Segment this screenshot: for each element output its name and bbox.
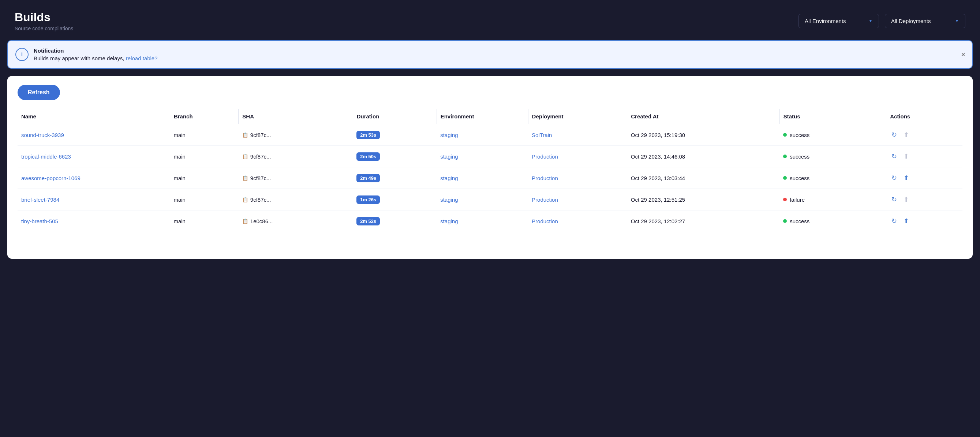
environment-link-2[interactable]: staging: [440, 175, 458, 181]
cell-created-at-1: Oct 29 2023, 14:46:08: [627, 146, 780, 167]
cell-created-at-4: Oct 29 2023, 12:02:27: [627, 211, 780, 232]
cell-status-1: success: [780, 146, 886, 167]
build-name-link-3[interactable]: brief-sleet-7984: [21, 196, 59, 203]
redeploy-button-3[interactable]: ↻: [890, 195, 898, 204]
status-text-1: success: [790, 154, 810, 160]
environments-dropdown[interactable]: All Environments ▼: [799, 14, 879, 28]
table-row: tropical-middle-6623 main 📋 9cf87c... 2m…: [18, 146, 963, 167]
cell-environment-4: staging: [437, 211, 528, 232]
duration-badge-4: 2m 52s: [356, 217, 380, 225]
page-header: Builds Source code compilations All Envi…: [0, 0, 980, 40]
deployment-link-0[interactable]: SolTrain: [532, 132, 552, 138]
cell-sha-2: 📋 9cf87c...: [239, 167, 353, 189]
notification-area: i Notification Builds may appear with so…: [0, 40, 980, 76]
refresh-button[interactable]: Refresh: [18, 85, 60, 100]
header-right: All Environments ▼ All Deployments ▼: [799, 14, 966, 28]
environments-chevron-icon: ▼: [869, 18, 873, 24]
table-row: awesome-popcorn-1069 main 📋 9cf87c... 2m…: [18, 167, 963, 189]
cell-deployment-2: Production: [528, 167, 627, 189]
status-dot-0: [783, 133, 787, 137]
build-name-link-1[interactable]: tropical-middle-6623: [21, 154, 71, 160]
sha-copy-icon-2: 📋: [242, 176, 248, 181]
cell-status-2: success: [780, 167, 886, 189]
deployments-dropdown[interactable]: All Deployments ▼: [885, 14, 966, 28]
redeploy-button-2[interactable]: ↻: [890, 173, 898, 183]
col-header-actions: Actions: [886, 109, 963, 124]
deployment-link-1[interactable]: Production: [532, 154, 558, 160]
sha-copy-icon-4: 📋: [242, 218, 248, 224]
status-dot-4: [783, 219, 787, 223]
table-body: sound-truck-3939 main 📋 9cf87c... 2m 53s…: [18, 124, 963, 232]
cell-duration-3: 1m 26s: [353, 189, 437, 211]
upload-button-3: ⬆: [902, 195, 910, 204]
cell-actions-4: ↻ ⬆: [886, 211, 963, 232]
notification-close-button[interactable]: ×: [961, 51, 966, 58]
cell-branch-3: main: [170, 189, 238, 211]
page-title: Builds: [14, 10, 73, 24]
col-header-deployment: Deployment: [528, 109, 627, 124]
col-header-duration: Duration: [353, 109, 437, 124]
cell-name-3: brief-sleet-7984: [18, 189, 170, 211]
duration-badge-1: 2m 50s: [356, 152, 380, 161]
col-header-status: Status: [780, 109, 886, 124]
status-dot-3: [783, 198, 787, 201]
deployments-chevron-icon: ▼: [955, 18, 959, 24]
redeploy-button-1[interactable]: ↻: [890, 152, 898, 161]
cell-branch-4: main: [170, 211, 238, 232]
cell-duration-4: 2m 52s: [353, 211, 437, 232]
notification-text: Notification Builds may appear with some…: [33, 48, 158, 62]
sha-copy-icon-1: 📋: [242, 154, 248, 159]
environment-link-3[interactable]: staging: [440, 196, 458, 203]
cell-status-0: success: [780, 124, 886, 146]
notification-box: i Notification Builds may appear with so…: [7, 40, 973, 69]
main-content: Refresh Name Branch SHA Duration Environ…: [7, 76, 973, 259]
cell-branch-2: main: [170, 167, 238, 189]
status-text-3: failure: [790, 196, 805, 203]
col-header-sha: SHA: [239, 109, 353, 124]
sha-value-2: 9cf87c...: [250, 175, 271, 181]
sha-value-4: 1e0c86...: [250, 218, 273, 224]
status-dot-2: [783, 176, 787, 180]
cell-environment-3: staging: [437, 189, 528, 211]
environment-link-1[interactable]: staging: [440, 154, 458, 160]
cell-actions-1: ↻ ⬆: [886, 146, 963, 167]
cell-created-at-3: Oct 29 2023, 12:51:25: [627, 189, 780, 211]
build-name-link-2[interactable]: awesome-popcorn-1069: [21, 175, 81, 181]
deployment-link-4[interactable]: Production: [532, 218, 558, 224]
redeploy-button-0[interactable]: ↻: [890, 130, 898, 139]
cell-actions-2: ↻ ⬆: [886, 167, 963, 189]
deployments-dropdown-label: All Deployments: [891, 18, 931, 24]
build-name-link-4[interactable]: tiny-breath-505: [21, 218, 58, 224]
cell-sha-3: 📋 9cf87c...: [239, 189, 353, 211]
cell-branch-0: main: [170, 124, 238, 146]
duration-badge-0: 2m 53s: [356, 131, 380, 139]
build-name-link-0[interactable]: sound-truck-3939: [21, 132, 64, 138]
table-header: Name Branch SHA Duration Environment Dep…: [18, 109, 963, 124]
environment-link-0[interactable]: staging: [440, 132, 458, 138]
cell-environment-0: staging: [437, 124, 528, 146]
environment-link-4[interactable]: staging: [440, 218, 458, 224]
redeploy-button-4[interactable]: ↻: [890, 216, 898, 226]
cell-name-0: sound-truck-3939: [18, 124, 170, 146]
table-row: sound-truck-3939 main 📋 9cf87c... 2m 53s…: [18, 124, 963, 146]
cell-environment-2: staging: [437, 167, 528, 189]
builds-table: Name Branch SHA Duration Environment Dep…: [18, 109, 963, 232]
upload-button-2[interactable]: ⬆: [902, 173, 910, 183]
cell-branch-1: main: [170, 146, 238, 167]
upload-button-4[interactable]: ⬆: [902, 216, 910, 226]
deployment-link-2[interactable]: Production: [532, 175, 558, 181]
upload-button-1: ⬆: [902, 152, 910, 161]
status-text-4: success: [790, 218, 810, 224]
environments-dropdown-label: All Environments: [805, 18, 846, 24]
cell-deployment-4: Production: [528, 211, 627, 232]
status-dot-1: [783, 155, 787, 158]
cell-sha-1: 📋 9cf87c...: [239, 146, 353, 167]
cell-duration-0: 2m 53s: [353, 124, 437, 146]
sha-value-1: 9cf87c...: [250, 154, 271, 160]
notification-reload-link[interactable]: reload table?: [126, 55, 158, 62]
duration-badge-3: 1m 26s: [356, 195, 380, 204]
cell-deployment-0: SolTrain: [528, 124, 627, 146]
cell-actions-3: ↻ ⬆: [886, 189, 963, 211]
table-row: brief-sleet-7984 main 📋 9cf87c... 1m 26s…: [18, 189, 963, 211]
deployment-link-3[interactable]: Production: [532, 196, 558, 203]
